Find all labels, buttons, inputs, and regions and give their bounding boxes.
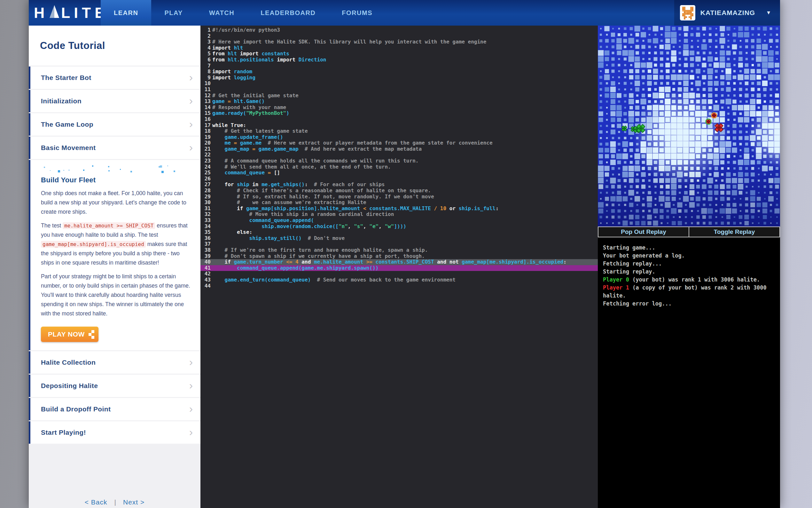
code-line: 36 ship.stay_still() # Don't move [200, 236, 598, 242]
play-now-button[interactable]: PLAY NOW [41, 327, 98, 342]
chevron-right-icon: › [189, 426, 193, 438]
navbar: H LITE LEARNPLAYWATCHLEADERBOARDFORUMS K… [29, 0, 780, 26]
back-link[interactable]: < Back [85, 498, 107, 506]
line-number: 43 [200, 277, 212, 283]
sidebar-item-depositing-halite[interactable]: Depositing Halite› [29, 375, 200, 397]
nav-tab-forums[interactable]: FORUMS [329, 0, 386, 26]
sidebar-item-halite-collection[interactable]: Halite Collection› [29, 351, 200, 374]
section-paragraph-1: One ship does not make a fleet. For 1,00… [41, 189, 191, 217]
code-line: 4import hlt [200, 45, 598, 51]
line-number: 20 [200, 140, 212, 146]
pop-out-replay-button[interactable]: Pop Out Replay [599, 227, 689, 237]
nav-tab-leaderboard[interactable]: LEADERBOARD [247, 0, 329, 26]
sidebar-section-build-your-fleet[interactable]: Build Your Fleet One ship does not make … [29, 160, 200, 350]
line-number: 33 [200, 217, 212, 224]
next-link[interactable]: Next > [123, 498, 144, 506]
sidebar-items-after: Halite Collection›Depositing Halite›Buil… [29, 351, 200, 444]
code-line: 11 [200, 87, 598, 93]
terminal-line: Fetching replay... [603, 260, 777, 268]
nav-tab-learn[interactable]: LEARN [101, 0, 151, 26]
nav-tabs: LEARNPLAYWATCHLEADERBOARDFORUMS [101, 0, 386, 26]
code-line: 25 command_queue = [] [200, 170, 598, 176]
chevron-right-icon: › [189, 356, 193, 368]
line-number: 35 [200, 229, 212, 236]
line-number: 41 [200, 265, 212, 271]
code-line: 28 # Check if there's a reasonable amoun… [200, 188, 598, 194]
code-line: 35 else: [200, 229, 598, 236]
code-line: 17while True: [200, 123, 598, 129]
play-now-pixel-icon [89, 333, 91, 336]
code-line: 30 # we can assume we're extracting Hali… [200, 200, 598, 206]
sidebar-item-start-playing[interactable]: Start Playing!› [29, 421, 200, 444]
code-line: 6from hlt.positionals import Direction [200, 57, 598, 63]
code-line: 13game = hlt.Game() [200, 98, 598, 104]
terminal-line: Starting game... [603, 244, 777, 252]
line-number: 4 [200, 45, 212, 51]
sidebar-item-basic-movement[interactable]: Basic Movement› [29, 137, 200, 159]
code-line: 12# Get the initial game state [200, 93, 598, 99]
line-number: 37 [200, 241, 212, 247]
line-number: 21 [200, 146, 212, 152]
section-paragraph-2: The test me.halite_amount >= SHIP_COST e… [41, 221, 191, 267]
code-editor[interactable]: 1#!/usr/bin/env python323# Here we impor… [200, 26, 598, 508]
toggle-replay-button[interactable]: Toggle Replay [689, 227, 779, 237]
pager-divider: | [114, 498, 116, 506]
code-line: 20 me = game.me # Here we extract our pl… [200, 140, 598, 146]
code-line: 7 [200, 63, 598, 69]
terminal-line: Player 0 (your bot) was rank 1 with 3006… [603, 276, 777, 284]
code-line: 41 command_queue.append(game.me.shipyard… [200, 265, 598, 271]
line-number: 25 [200, 170, 212, 176]
line-number: 27 [200, 182, 212, 188]
terminal-log[interactable]: Starting game...Your bot generated a log… [598, 237, 780, 308]
chevron-down-icon[interactable]: ▼ [766, 10, 771, 16]
code-line: 32 # Move this ship in a random cardinal… [200, 211, 598, 217]
username: KATIEAMAZING [701, 9, 755, 17]
sail-icon [49, 4, 60, 19]
nav-tab-play[interactable]: PLAY [151, 0, 196, 26]
code-line: 23 # A command queue holds all the comma… [200, 158, 598, 164]
line-number: 15 [200, 110, 212, 117]
nav-tab-watch[interactable]: WATCH [196, 0, 247, 26]
sidebar-item-the-starter-bot[interactable]: The Starter Bot› [29, 67, 200, 89]
sidebar-item-build-a-dropoff-point[interactable]: Build a Dropoff Point› [29, 398, 200, 420]
chevron-right-icon: › [189, 71, 193, 84]
game-board[interactable] [598, 26, 780, 226]
code-line: 5from hlt import constants [200, 51, 598, 57]
code-line: 38 # If we're on the first turn and have… [200, 247, 598, 253]
terminal-line: Starting replay. [603, 268, 777, 276]
code-line: 21 game_map = game.game_map # And here w… [200, 146, 598, 152]
line-number: 24 [200, 164, 212, 170]
code-line: 9import logging [200, 75, 598, 81]
sidebar-item-the-game-loop[interactable]: The Game Loop› [29, 113, 200, 136]
line-number: 18 [200, 128, 212, 134]
pager: < Back | Next > [29, 498, 200, 506]
sidebar-item-label: Initialization [41, 97, 82, 105]
code-line: 2 [200, 33, 598, 39]
sidebar-item-label: The Starter Bot [41, 74, 91, 82]
code-line: 40 if game.turn_number <= 4 and me.halit… [200, 259, 598, 265]
chevron-right-icon: › [189, 141, 193, 154]
code-line: 1#!/usr/bin/env python3 [200, 27, 598, 33]
line-number: 19 [200, 134, 212, 140]
sidebar: Code Tutorial The Starter Bot›Initializa… [29, 26, 200, 508]
code-line: 14# Respond with your name [200, 104, 598, 111]
line-number: 28 [200, 188, 212, 194]
code-line: 24 # We'll send them all at once, at the… [200, 164, 598, 170]
sidebar-item-label: Build a Dropoff Point [41, 405, 111, 413]
line-number: 30 [200, 200, 212, 206]
line-number: 6 [200, 57, 212, 63]
line-number: 38 [200, 247, 212, 253]
line-number: 29 [200, 194, 212, 200]
section-title: Build Your Fleet [41, 176, 191, 184]
code-line: 16 [200, 117, 598, 123]
code-line: 33 command_queue.append( [200, 217, 598, 224]
logo-text-h: H [34, 4, 48, 22]
code-line: 39 # Don't spawn a ship if we currently … [200, 253, 598, 259]
code-line: 15game.ready("MyPythonBot") [200, 110, 598, 117]
code-line: 31 if game_map[ship.position].halite_amo… [200, 206, 598, 212]
halite-logo[interactable]: H LITE [34, 0, 108, 26]
sidebar-item-label: Depositing Halite [41, 382, 98, 390]
user-menu[interactable]: KATIEAMAZING ▼ [674, 0, 780, 26]
sidebar-item-initialization[interactable]: Initialization› [29, 90, 200, 112]
avatar [680, 5, 695, 20]
